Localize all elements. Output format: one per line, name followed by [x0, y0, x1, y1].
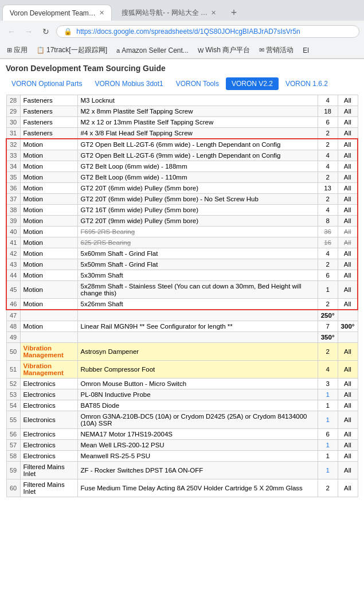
- row-category: Electronics: [20, 440, 77, 451]
- tab-v162[interactable]: VORON 1.6.2: [280, 77, 334, 90]
- row-number: 34: [6, 161, 20, 172]
- row-number: 56: [6, 429, 20, 440]
- inactive-tab[interactable]: 搜狐网站导航- - 网站大全 实用... ✕: [114, 5, 224, 21]
- row-category: Motion: [20, 183, 77, 194]
- refresh-button[interactable]: ↻: [39, 25, 53, 38]
- address-bar[interactable]: 🔒 https://docs.google.com/spreadsheets/d…: [56, 25, 359, 38]
- bookmark-marketing[interactable]: ✉ 营销活动: [257, 44, 296, 56]
- tab-close-1[interactable]: ✕: [99, 9, 104, 17]
- row-item: 5x28mm Shaft - Stainless Steel (You can …: [77, 281, 318, 299]
- row-all: All: [338, 411, 358, 429]
- table-row: 43Motion5x50mm Shaft - Grind Flat2All: [6, 259, 358, 270]
- bookmark-17track-label: 17track[一起跟踪网]: [46, 45, 107, 55]
- row-number: 42: [6, 248, 20, 259]
- bookmark-wish-label: Wish 商户平台: [205, 45, 250, 55]
- forward-button[interactable]: →: [22, 25, 36, 38]
- tab-tools[interactable]: VORON Tools: [170, 77, 225, 90]
- table-row: 50Vibration ManagementAstrosyn Dampener2…: [6, 343, 358, 361]
- new-tab-button[interactable]: +: [226, 5, 242, 21]
- table-row: 54ElectronicsBAT85 Diode1All: [6, 400, 358, 411]
- row-qty: 2: [318, 172, 338, 183]
- row-number: 37: [6, 194, 20, 205]
- table-row: 59Filtered Mains InletZF - Rocker Switch…: [6, 462, 358, 479]
- row-category: Motion: [20, 259, 77, 270]
- row-item: Astrosyn Dampener: [77, 343, 318, 361]
- tab-optional-parts[interactable]: VORON Optional Parts: [6, 77, 88, 90]
- row-qty: 13: [318, 183, 338, 194]
- row-all: All: [338, 205, 358, 216]
- row-all: All: [338, 150, 358, 161]
- tab-close-2[interactable]: ✕: [211, 9, 216, 17]
- row-all: All: [338, 299, 358, 310]
- row-number: 58: [6, 451, 20, 462]
- table-row: 52ElectronicsOmron Mouse Button - Micro …: [6, 379, 358, 389]
- row-item: Fuse Medium Time Delay Acting 8A 250V Ho…: [77, 479, 318, 497]
- table-row: 47250°: [6, 310, 358, 321]
- row-category: Motion: [20, 161, 77, 172]
- row-all: All: [338, 270, 358, 281]
- row-qty: 4: [318, 205, 338, 216]
- row-item: 5x60mm Shaft - Grind Flat: [77, 248, 318, 259]
- tab-v22[interactable]: VORON V2.2: [226, 77, 279, 90]
- row-all: All: [338, 389, 358, 400]
- row-item: GT2 20T (9mm wide) Pulley (5mm bore): [77, 216, 318, 227]
- row-all: 300°: [338, 321, 358, 332]
- row-all: All: [338, 440, 358, 451]
- row-qty: 350°: [318, 332, 338, 343]
- row-category: [20, 332, 77, 343]
- row-number: 52: [6, 379, 20, 389]
- row-item: 5x26mm Shaft: [77, 299, 318, 310]
- row-category: Motion: [20, 194, 77, 205]
- tab-mobius[interactable]: VORON Mobius 3dot1: [89, 77, 169, 90]
- row-qty: 8: [318, 216, 338, 227]
- row-number: 53: [6, 389, 20, 400]
- table-row: 60Filtered Mains InletFuse Medium Time D…: [6, 479, 358, 497]
- row-all: All: [338, 106, 358, 117]
- row-number: 44: [6, 270, 20, 281]
- bookmark-wish[interactable]: W Wish 商户平台: [195, 44, 252, 56]
- row-number: 39: [6, 216, 20, 227]
- row-qty: 1: [318, 451, 338, 462]
- row-number: 33: [6, 150, 20, 161]
- row-qty: 16: [318, 237, 338, 248]
- row-number: 46: [6, 299, 20, 310]
- row-all: All: [338, 194, 358, 205]
- row-number: 32: [6, 139, 20, 150]
- table-row: 42Motion5x60mm Shaft - Grind Flat4All: [6, 248, 358, 259]
- row-number: 38: [6, 205, 20, 216]
- row-all: All: [338, 128, 358, 139]
- table-row: 40MotionF695 2RS Bearing36All: [6, 227, 358, 237]
- bookmark-amazon[interactable]: a Amazon Seller Cent...: [114, 45, 191, 56]
- bookmark-17track[interactable]: 📋 17track[一起跟踪网]: [34, 44, 109, 56]
- row-item: 5x30mm Shaft: [77, 270, 318, 281]
- row-qty: 2: [318, 479, 338, 497]
- table-row: 57ElectronicsMean Well LRS-200-12 PSU1Al…: [6, 440, 358, 451]
- apps-icon: ⊞: [7, 46, 12, 54]
- active-tab[interactable]: Voron Development Team So... ✕: [2, 5, 112, 21]
- back-button[interactable]: ←: [5, 25, 18, 38]
- row-category: Electronics: [20, 379, 77, 389]
- bookmark-apps-label: 应用: [14, 45, 28, 55]
- row-category: Electronics: [20, 411, 77, 429]
- table-row: 33MotionGT2 Open Belt LL-2GT-6 (9mm wide…: [6, 150, 358, 161]
- row-qty: 4: [318, 150, 338, 161]
- row-number: 43: [6, 259, 20, 270]
- table-row: 44Motion5x30mm Shaft6All: [6, 270, 358, 281]
- row-qty: 2: [318, 259, 338, 270]
- row-item: [77, 310, 318, 321]
- 17track-icon: 📋: [37, 46, 45, 54]
- row-number: 28: [6, 95, 20, 106]
- table-row: 34MotionGT2 Belt Loop (6mm wide) - 188mm…: [6, 161, 358, 172]
- row-item: BAT85 Diode: [77, 400, 318, 411]
- row-number: 49: [6, 332, 20, 343]
- bookmark-apps[interactable]: ⊞ 应用: [5, 44, 30, 56]
- row-item: Omron G3NA-210B-DC5 (10A) or Crydom D242…: [77, 411, 318, 429]
- bookmark-el[interactable]: El: [300, 45, 311, 56]
- table-row: 29FastenersM2 x 8mm Plastite Self Tappin…: [6, 106, 358, 117]
- row-number: 54: [6, 400, 20, 411]
- bookmark-marketing-label: 营销活动: [266, 45, 293, 55]
- row-item: M2 x 8mm Plastite Self Tapping Screw: [77, 106, 318, 117]
- row-all: All: [338, 451, 358, 462]
- row-qty: 4: [318, 361, 338, 379]
- row-qty: 250°: [318, 310, 338, 321]
